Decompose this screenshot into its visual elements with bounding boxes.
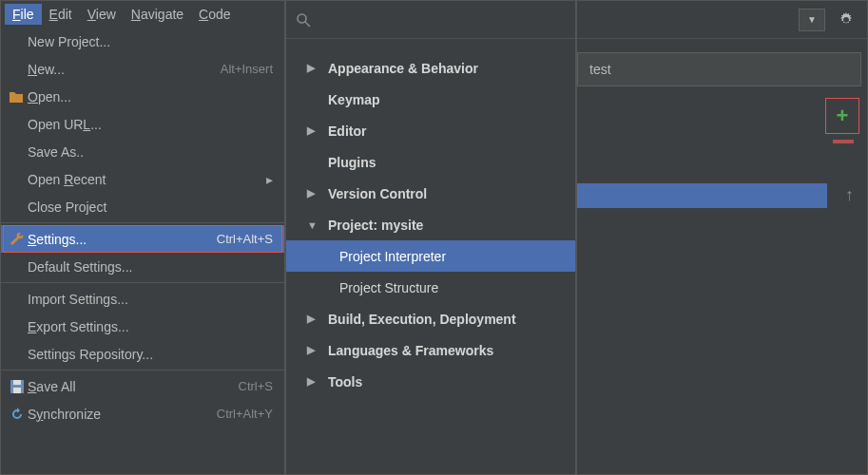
right-body: test + ↑ [577,52,867,86]
tree-keymap-label: Keymap [328,92,379,107]
tree-plugins-label: Plugins [328,155,376,170]
selected-row[interactable] [577,183,827,208]
import-settings-label: Import Settings... [28,292,273,307]
tree-project-structure-label: Project Structure [339,280,438,295]
wrench-icon [7,232,28,247]
caret-right-icon: ▶ [307,313,320,325]
up-arrow-button[interactable]: ↑ [845,185,854,205]
save-all-item[interactable]: Save All Ctrl+S [1,372,284,400]
interpreter-field[interactable]: test [577,52,861,86]
minus-icon[interactable] [833,140,854,143]
interpreter-field-text: test [589,62,849,77]
dropdown-button[interactable]: ▼ [799,9,825,31]
tree-languages-label: Languages & Frameworks [328,343,493,358]
default-settings-item[interactable]: Default Settings... [1,253,284,280]
tree-project-label: Project: mysite [328,218,423,233]
settings-label: Settings... [28,232,207,247]
open-item[interactable]: Open... [1,83,284,110]
search-row [286,1,575,39]
file-menu-panel: File Edit View Navigate Code New Project… [0,0,285,475]
tree-appearance-label: Appearance & Behavior [328,61,478,76]
caret-down-icon: ▼ [307,219,320,231]
tree-version-control-label: Version Control [328,186,427,201]
settings-tree: ▶ Appearance & Behavior Keymap ▶ Editor … [286,39,575,410]
svg-rect-1 [13,380,21,385]
tree-languages[interactable]: ▶ Languages & Frameworks [286,334,575,366]
tree-editor-label: Editor [328,124,366,139]
tree-keymap[interactable]: Keymap [286,84,575,115]
tree-project-structure[interactable]: Project Structure [286,272,575,303]
menubar: File Edit View Navigate Code [1,1,284,28]
menu-separator [1,370,284,370]
default-settings-label: Default Settings... [28,259,273,275]
submenu-arrow-icon: ▸ [266,172,273,187]
settings-shortcut: Ctrl+Alt+S [217,232,273,246]
open-recent-label: Open Recent [28,172,259,187]
plus-icon: + [837,104,849,128]
caret-right-icon: ▶ [307,124,320,137]
svg-point-3 [298,14,306,23]
new-item[interactable]: New... Alt+Insert [1,55,284,83]
tree-project-interpreter[interactable]: Project Interpreter [286,240,575,272]
tree-build[interactable]: ▶ Build, Execution, Deployment [286,303,575,334]
import-settings-item[interactable]: Import Settings... [1,285,284,313]
search-input[interactable] [317,12,566,28]
refresh-icon [7,408,28,421]
open-label: Open... [28,89,273,104]
tree-build-label: Build, Execution, Deployment [328,312,516,327]
tree-editor[interactable]: ▶ Editor [286,115,575,146]
menu-code[interactable]: Code [191,4,238,25]
menu-view[interactable]: View [80,4,124,25]
settings-repository-label: Settings Repository... [28,347,273,362]
tree-appearance[interactable]: ▶ Appearance & Behavior [286,52,575,84]
close-project-item[interactable]: Close Project [1,193,284,220]
caret-right-icon: ▶ [307,344,320,356]
synchronize-shortcut: Ctrl+Alt+Y [217,407,273,421]
menu-file[interactable]: File [5,4,42,25]
caret-right-icon: ▶ [307,187,320,200]
svg-line-4 [305,22,310,27]
gear-button[interactable] [833,9,859,31]
tree-version-control[interactable]: ▶ Version Control [286,178,575,209]
settings-tree-panel: ▶ Appearance & Behavior Keymap ▶ Editor … [285,0,576,475]
save-as-label: Save As.. [28,144,273,160]
save-all-shortcut: Ctrl+S [239,379,273,393]
export-settings-item[interactable]: Export Settings... [1,313,284,340]
open-url-item[interactable]: Open URL... [1,110,284,138]
caret-right-icon: ▶ [307,62,320,74]
open-recent-item[interactable]: Open Recent ▸ [1,165,284,193]
new-project-item[interactable]: New Project... [1,28,284,55]
add-button[interactable]: + [825,98,859,134]
folder-icon [7,91,28,103]
open-url-label: Open URL... [28,117,273,132]
save-all-label: Save All [28,379,229,394]
tree-project-interpreter-label: Project Interpreter [339,249,446,264]
caret-right-icon: ▶ [307,375,320,388]
file-dropdown: New Project... New... Alt+Insert Open...… [1,28,284,428]
menu-separator [1,282,284,283]
export-settings-label: Export Settings... [28,319,273,334]
menu-separator [1,222,284,223]
tree-tools[interactable]: ▶ Tools [286,366,575,397]
top-toolbar: ▼ [577,1,867,39]
new-shortcut: Alt+Insert [221,62,273,76]
close-project-label: Close Project [28,200,273,215]
synchronize-item[interactable]: Synchronize Ctrl+Alt+Y [1,400,284,428]
new-label: New... [28,62,211,77]
search-icon [296,12,311,28]
settings-repository-item[interactable]: Settings Repository... [1,340,284,368]
new-project-label: New Project... [28,34,273,49]
interpreter-panel: ▼ test + ↑ [576,0,868,475]
arrow-up-icon: ↑ [845,185,854,204]
gear-icon [839,12,854,28]
menu-navigate[interactable]: Navigate [124,4,191,25]
menu-edit[interactable]: Edit [42,4,80,25]
settings-item[interactable]: Settings... Ctrl+Alt+S [1,225,284,253]
disk-icon [7,380,28,393]
chevron-down-icon: ▼ [807,14,817,25]
save-as-item[interactable]: Save As.. [1,138,284,165]
tree-project[interactable]: ▼ Project: mysite [286,209,575,240]
synchronize-label: Synchronize [28,407,207,422]
svg-rect-2 [13,388,21,393]
tree-plugins[interactable]: Plugins [286,146,575,178]
